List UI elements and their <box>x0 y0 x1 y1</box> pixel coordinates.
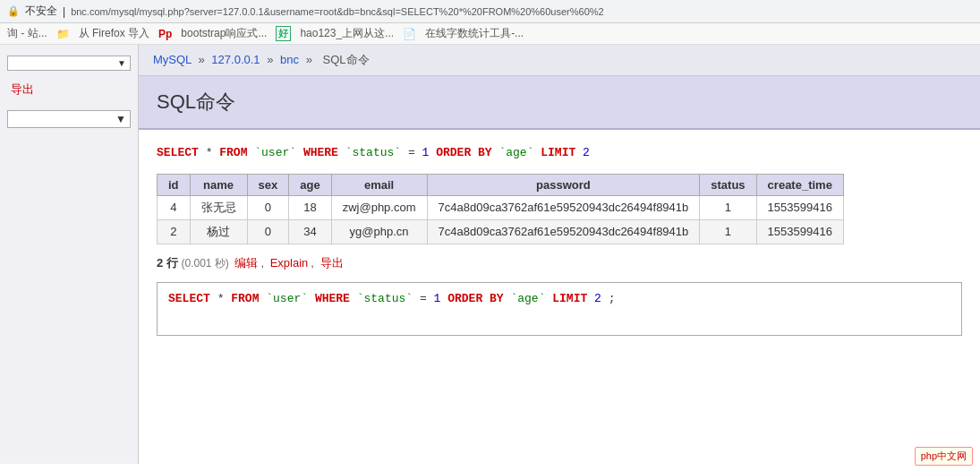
sql-box[interactable]: SELECT * FROM `user` WHERE `status` = 1 … <box>157 282 962 336</box>
content-area: SELECT * FROM `user` WHERE `status` = 1 … <box>139 130 980 350</box>
col-header-status: status <box>700 174 756 195</box>
sql-table-name: `user` <box>254 146 296 159</box>
bookmark-3[interactable]: bootstrap响应式... <box>181 26 267 41</box>
table-row: 2杨过034yg@php.cn7c4a8d09ca3762af61e595209… <box>158 219 844 244</box>
layout: ▼ 导出 ▼ MySQL » 127.0.0.1 » bnc » SQL命令 S… <box>0 45 980 464</box>
sql-box-kw-from: FROM <box>231 292 259 305</box>
row-count-number: 2 行 <box>157 256 178 270</box>
bookmark-pp-icon: Pp <box>158 28 172 40</box>
sql-kw-from: FROM <box>219 146 247 159</box>
sidebar-top-dropdown[interactable]: ▼ <box>7 56 131 71</box>
col-header-email: email <box>331 174 427 195</box>
sidebar-top: ▼ <box>0 52 138 74</box>
sql-box-table: `user` <box>266 292 308 305</box>
breadcrumb-mysql[interactable]: MySQL <box>153 53 192 66</box>
bookmark-folder-icon: 📁 <box>56 28 70 40</box>
bookmark-2[interactable]: 从 Firefox 导入 <box>79 26 149 41</box>
col-header-sex: sex <box>247 174 289 195</box>
export-link-2[interactable]: 导出 <box>320 256 344 270</box>
table-row: 4张无忌018zwj@php.com7c4a8d09ca3762af61e595… <box>158 195 844 219</box>
col-header-password: password <box>427 174 700 195</box>
col-header-create-time: create_time <box>756 174 843 195</box>
bookmark-4[interactable]: hao123_上网从这... <box>300 26 394 41</box>
php-china-logo: php中文网 <box>915 447 973 464</box>
sql-col-age: `age` <box>499 146 533 159</box>
sql-box-kw-orderby: ORDER BY <box>447 292 503 305</box>
url-separator: | <box>63 5 65 18</box>
sql-box-val-2: 2 <box>594 292 601 305</box>
export-link[interactable]: 导出 <box>0 78 138 101</box>
breadcrumb-sep3: » <box>306 53 312 66</box>
bookmark-doc-icon: 📄 <box>403 28 416 40</box>
table-cell: 1 <box>700 219 756 244</box>
bookmarks-bar: 询 - 站... 📁 从 Firefox 导入 Pp bootstrap响应式.… <box>0 23 980 45</box>
row-count-time: (0.001 秒) <box>181 257 228 270</box>
sidebar-mid-arrow: ▼ <box>115 113 126 125</box>
sql-col-status: `status` <box>345 146 401 159</box>
table-cell: yg@php.cn <box>331 219 427 244</box>
table-cell: 1553599416 <box>756 195 843 219</box>
sql-box-eq: = <box>420 292 434 305</box>
table-cell: 张无忌 <box>190 195 247 219</box>
breadcrumb-server[interactable]: 127.0.0.1 <box>211 53 260 66</box>
sql-box-kw-where: WHERE <box>315 292 350 305</box>
sql-box-star: * <box>217 292 232 305</box>
col-header-age: age <box>289 174 331 195</box>
page-heading: SQL命令 <box>139 76 980 130</box>
bookmark-hao-icon: 好 <box>276 26 291 41</box>
browser-bar: 🔒 不安全 | bnc.com/mysql/mysql.php?server=1… <box>0 0 980 23</box>
sql-kw-orderby: ORDER BY <box>436 146 491 159</box>
sql-val-2: 2 <box>583 146 590 159</box>
sql-val-1: 1 <box>422 146 430 159</box>
table-cell: 2 <box>158 219 191 244</box>
sql-box-semi: ; <box>609 292 616 305</box>
sql-box-val-1: 1 <box>434 292 441 305</box>
bookmark-5[interactable]: 在线字数统计工具-... <box>425 26 524 41</box>
sql-kw-where: WHERE <box>303 146 338 159</box>
table-cell: 0 <box>247 195 289 219</box>
table-cell: 1553599416 <box>756 219 843 244</box>
table-cell: 杨过 <box>190 219 247 244</box>
sql-box-col-age: `age` <box>510 292 545 305</box>
results-table: id name sex age email password status cr… <box>157 174 844 244</box>
sql-star: * <box>206 146 220 159</box>
table-cell: zwj@php.com <box>331 195 427 219</box>
sql-query-display: SELECT * FROM `user` WHERE `status` = 1 … <box>157 144 962 163</box>
table-cell: 4 <box>158 195 191 219</box>
sidebar-mid-dropdown[interactable]: ▼ <box>7 110 131 128</box>
breadcrumb-sep2: » <box>267 53 273 66</box>
main-content: MySQL » 127.0.0.1 » bnc » SQL命令 SQL命令 SE… <box>139 45 980 464</box>
table-cell: 18 <box>289 195 331 219</box>
not-secure-label: 不安全 <box>25 4 57 19</box>
col-header-name: name <box>190 174 247 195</box>
table-cell: 7c4a8d09ca3762af61e59520943dc26494f8941b <box>427 219 700 244</box>
sql-box-col-status: `status` <box>357 292 413 305</box>
sidebar-dropdown-arrow: ▼ <box>117 58 126 68</box>
bookmark-1[interactable]: 询 - 站... <box>7 26 47 41</box>
breadcrumb-current: SQL命令 <box>323 53 370 66</box>
explain-link[interactable]: Explain <box>270 256 309 270</box>
table-cell: 1 <box>700 195 756 219</box>
sql-box-kw-limit: LIMIT <box>552 292 587 305</box>
breadcrumb-sep1: » <box>198 53 204 66</box>
sql-box-kw-select: SELECT <box>168 292 210 305</box>
row-count-line: 2 行 (0.001 秒) 编辑, Explain, 导出 <box>157 255 962 271</box>
table-cell: 0 <box>247 219 289 244</box>
sql-eq: = <box>408 146 422 159</box>
sql-kw-limit: LIMIT <box>541 146 575 159</box>
col-header-id: id <box>158 174 191 195</box>
table-cell: 34 <box>289 219 331 244</box>
lock-icon: 🔒 <box>7 5 20 17</box>
url-bar[interactable]: bnc.com/mysql/mysql.php?server=127.0.0.1… <box>71 6 604 17</box>
breadcrumb-db[interactable]: bnc <box>280 53 299 66</box>
sql-kw-select: SELECT <box>157 146 199 159</box>
edit-link[interactable]: 编辑 <box>234 256 258 270</box>
breadcrumb-bar: MySQL » 127.0.0.1 » bnc » SQL命令 <box>139 45 980 76</box>
table-cell: 7c4a8d09ca3762af61e59520943dc26494f8941b <box>427 195 700 219</box>
sidebar: ▼ 导出 ▼ <box>0 45 139 464</box>
